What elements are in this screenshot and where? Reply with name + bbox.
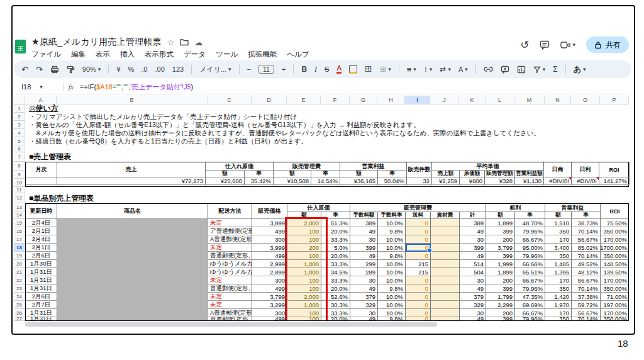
cell-shipping[interactable]: 0	[406, 284, 431, 293]
menu-item-1[interactable]: 編集	[71, 50, 86, 59]
column-header-G[interactable]: G	[350, 96, 377, 104]
cell-monthly-avg_sales[interactable]: ¥2,259	[432, 177, 460, 185]
cell-delivery[interactable]: ア普通郵便(定形、定形	[208, 227, 252, 235]
cell-monthly-avg_cost[interactable]: ¥800	[460, 177, 485, 185]
cell-fee_rate[interactable]: 10.0%	[378, 301, 406, 309]
cell-fee_rate[interactable]: 10.0%	[378, 235, 406, 244]
cell-gross_rate[interactable]: 65.51%	[515, 268, 545, 276]
menu-item-3[interactable]: 挿入	[120, 50, 135, 59]
row-header-18[interactable]: 18	[14, 244, 25, 252]
cell-gross_rate[interactable]: 95.00%	[515, 244, 545, 252]
cell-profit[interactable]: 1,485	[545, 260, 572, 268]
cell-material[interactable]	[431, 219, 460, 227]
row-header-17[interactable]: 17	[14, 235, 25, 244]
font-select[interactable]: メイリ...▾	[199, 66, 231, 73]
text-color-button[interactable]: A	[336, 65, 341, 74]
cell-gross_rate[interactable]: 47.35%	[515, 293, 545, 301]
cell-monthly-month[interactable]	[26, 177, 57, 185]
cell-total[interactable]: 329	[460, 301, 486, 309]
cell-profit[interactable]: 1,970	[545, 301, 572, 309]
cell-date[interactable]: 1月31日	[26, 276, 57, 284]
cell-shipping[interactable]: 215	[406, 260, 431, 268]
cell-monthly-daily_sales[interactable]: #DIV/0!	[544, 177, 572, 185]
cell-date[interactable]: 1月31日	[26, 268, 57, 276]
cell-monthly-avg_profit[interactable]: ¥1,130	[515, 177, 544, 185]
column-header-C[interactable]: C	[208, 96, 252, 104]
row-header-15[interactable]: 15	[14, 219, 25, 227]
cell-total[interactable]: 389	[460, 219, 486, 227]
cell-delivery[interactable]: ゆうゆうメルカリ便	[208, 268, 252, 276]
cell-fee_rate[interactable]: 10.0%	[378, 219, 406, 227]
cell-date[interactable]: 2月4日	[26, 219, 57, 227]
row-header-27[interactable]: 27	[14, 317, 25, 321]
create-filter-button[interactable]: ▾	[533, 66, 546, 73]
cell-total[interactable]: 49	[460, 317, 486, 321]
cell-gross_rate[interactable]: 79.96%	[515, 227, 545, 235]
insert-chart-icon[interactable]	[517, 65, 526, 74]
input-tools-button[interactable]: あ▾	[574, 65, 586, 73]
version-history-icon[interactable]: ↺	[520, 40, 529, 50]
cell-shipping[interactable]: 0	[406, 219, 431, 227]
column-header-O[interactable]: O	[571, 96, 600, 104]
cell-profit_rate[interactable]: 37.38%	[572, 293, 601, 301]
cell-monthly-profit_rate[interactable]: 50.04%	[378, 177, 407, 185]
cell-material[interactable]	[431, 235, 460, 244]
column-header-L[interactable]: L	[486, 96, 514, 104]
cell-date[interactable]: 2月7日	[26, 301, 57, 309]
cell-roi[interactable]: 170.00%	[601, 276, 629, 284]
cell-total[interactable]: 399	[460, 244, 486, 252]
cell-shipping[interactable]: 0	[406, 309, 431, 317]
cell-gross[interactable]: 399	[486, 317, 515, 321]
menu-item-6[interactable]: ツール	[216, 50, 238, 59]
formula-input[interactable]: =+IF($A18="","",'売上データ貼付'!J5)	[80, 82, 193, 92]
cell-price[interactable]: 2,899	[252, 268, 287, 276]
column-header-P[interactable]: P	[600, 96, 629, 104]
cell-profit_rate[interactable]: 49.52%	[572, 260, 601, 268]
cell-material[interactable]	[431, 244, 460, 252]
cell-roi[interactable]: 170.00%	[601, 309, 629, 317]
cell-total[interactable]: 504	[460, 268, 486, 276]
cell-fee_rate[interactable]: 9.8%	[378, 252, 406, 260]
cell-total[interactable]: 379	[460, 293, 486, 301]
fill-handle[interactable]	[427, 248, 432, 253]
cell-date[interactable]: 2月4日	[26, 235, 57, 244]
row-header-4[interactable]: 4	[14, 129, 25, 137]
cell-profit[interactable]: 350	[545, 227, 572, 235]
row-header-14[interactable]: 14	[14, 211, 25, 219]
cell-roi[interactable]: 350.00%	[601, 252, 629, 260]
grid-corner-cell[interactable]	[14, 96, 25, 104]
cell-gross[interactable]: 200	[486, 276, 515, 284]
row-header-12[interactable]: 12	[14, 193, 25, 203]
cell-total[interactable]: 30	[460, 309, 486, 317]
cell-price[interactable]: 3,799	[252, 293, 287, 301]
star-icon[interactable]: ☆	[167, 38, 175, 47]
cell-delivery[interactable]: 未定	[208, 276, 252, 284]
cell-monthly-cost_rate[interactable]: 35.42%	[245, 177, 274, 185]
cell-date[interactable]: 1月30日	[26, 260, 57, 268]
horizontal-scrollbar[interactable]	[25, 322, 437, 327]
row-header-11[interactable]: 11	[14, 187, 25, 193]
cell-date[interactable]: 1月31日	[26, 309, 57, 317]
cell-fee[interactable]: 49	[350, 227, 378, 235]
row-header-19[interactable]: 19	[14, 252, 25, 260]
cell-shipping[interactable]: 0	[406, 317, 431, 321]
cell-monthly-profit_amount[interactable]: ¥36,165	[340, 177, 378, 185]
cell-profit_rate[interactable]: 59.72%	[572, 301, 601, 309]
cell-profit[interactable]: 1,510	[545, 219, 572, 227]
redo-icon[interactable]: ↷	[36, 65, 43, 74]
meet-call-control[interactable]: ▾	[560, 41, 575, 49]
cell-fee[interactable]: 30	[350, 309, 378, 317]
cell-shipping[interactable]: 0	[406, 235, 431, 244]
name-box[interactable]: I18 ▾	[14, 83, 58, 91]
borders-button[interactable]: 田	[365, 65, 372, 73]
cell-gross[interactable]: 1,999	[486, 260, 515, 268]
cell-monthly-roi[interactable]: 141.27%	[599, 177, 630, 185]
cell-roi[interactable]: 71.00%	[601, 293, 629, 301]
row-header-2[interactable]: 2	[14, 113, 25, 121]
cell-price[interactable]: 300	[252, 235, 287, 244]
cell-fee_rate[interactable]: 10.0%	[378, 293, 406, 301]
cell-profit_rate[interactable]: 70.14%	[572, 227, 601, 235]
cell-profit[interactable]: 350	[545, 284, 572, 293]
cell-gross[interactable]: 399	[486, 252, 515, 260]
cell-profit[interactable]: 170	[545, 235, 572, 244]
